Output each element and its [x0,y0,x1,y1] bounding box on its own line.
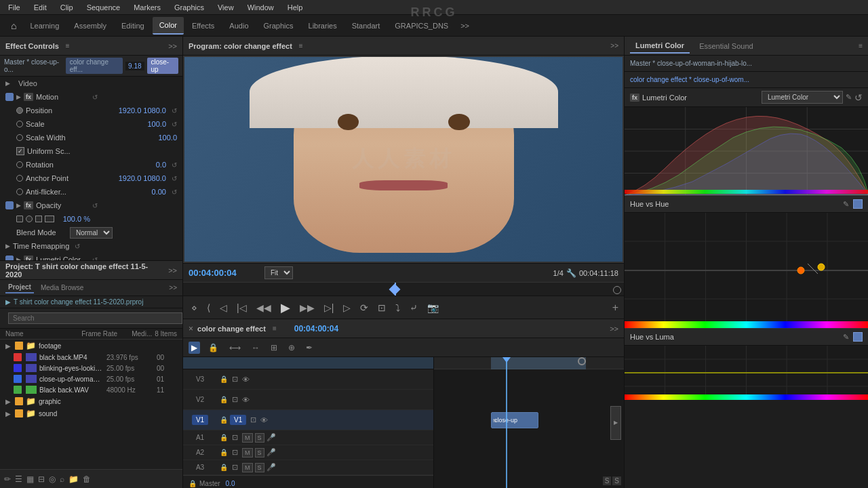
menu-graphics[interactable]: Graphics [172,2,207,13]
lumetri-preset-select[interactable]: Lumetri Color [762,91,843,104]
tl-v2-eye[interactable]: 👁 [242,396,250,404]
ec-rotation-keyframe[interactable] [16,161,23,168]
menu-markers[interactable]: Markers [131,2,163,13]
tl-pen-tool[interactable]: ✒ [303,342,315,354]
tl-play-tool[interactable]: ▶ [189,342,200,354]
pm-rewind-btn[interactable]: ◀◀ [254,301,274,314]
tab-lumetri-color[interactable]: Lumetri Color [630,39,690,54]
tl-zoom-tool[interactable]: ⊕ [285,342,298,354]
sound-expand[interactable]: ▶ [5,410,11,418]
tl-v1-settings[interactable]: ⊡ [248,415,258,425]
menu-edit[interactable]: Edit [31,2,50,13]
footage-expand[interactable]: ▶ [5,342,11,350]
menu-sequence[interactable]: Sequence [84,2,123,13]
tl-a1-settings[interactable]: ⊡ [230,432,240,443]
pm-scrubber-bar[interactable] [183,282,624,296]
tl-v3-settings[interactable]: ⊡ [230,374,240,384]
hue-vs-hue-edit-btn[interactable]: ✎ [843,200,849,209]
tab-libraries[interactable]: Libraries [302,18,344,34]
project-item-footage[interactable]: ▶ 📁 footage [0,340,182,352]
graphic-expand[interactable]: ▶ [5,398,11,405]
tl-expand-icon[interactable]: >> [610,325,618,333]
tl-ripple-tool[interactable]: 🔒 [205,342,221,354]
tl-a3-settings[interactable]: ⊡ [230,462,240,472]
project-tab-icon[interactable]: >> [168,266,177,274]
tl-a3-mute[interactable]: M [242,463,253,472]
project-search-input[interactable] [8,312,182,324]
tab-audio[interactable]: Audio [222,18,255,34]
pb-delete-icon[interactable]: 🗑 [83,474,91,484]
pm-step-forward-btn[interactable]: ▷ [340,301,353,314]
menu-file[interactable]: File [5,2,23,13]
pm-timecode-left[interactable]: 00:04:00:04 [189,268,256,278]
tl-timecode[interactable]: 00:04:00:04 [294,324,338,333]
ec-anchor-reset[interactable]: ↺ [172,175,177,182]
tab-grapics-dns[interactable]: GRAPICS_DNS [388,18,455,34]
ec-video-expand[interactable]: ▶ [5,80,10,87]
pm-step-back-btn[interactable]: ◁ [217,301,230,314]
project-item-closeup[interactable]: close-up-of-woman-in-... 25.00 fps 01 [0,373,182,384]
ec-antiflicker-value[interactable]: 0.00 [136,188,166,196]
tl-v2-settings[interactable]: ⊡ [230,394,240,405]
pb-grid-icon[interactable]: ▦ [26,474,34,484]
pm-wrench-icon[interactable]: 🔧 [566,268,576,278]
ec-rotation-reset[interactable]: ↺ [172,161,177,169]
hue-vs-luma-checkbox[interactable] [853,332,863,342]
pm-go-prev-edit-btn[interactable]: |◁ [234,301,250,314]
pm-overwrite-btn[interactable]: ⤶ [407,301,420,314]
project-panel-expand[interactable]: >> [169,284,177,291]
pm-add-marker-btn[interactable]: ⋄ [189,301,200,314]
ec-rotation-value[interactable]: 0.0 [136,161,166,169]
ec-opacity-row[interactable]: ▶ fx Opacity ↺ [0,199,182,212]
ec-opacity-reset[interactable]: ↺ [92,202,98,209]
tl-v1-active-btn[interactable]: V1 [192,415,208,425]
pm-export-frame-btn[interactable]: 📷 [425,301,441,314]
tab-color[interactable]: Color [153,17,184,35]
tl-slip-tool[interactable]: ⊞ [268,342,280,354]
tab-standart[interactable]: Standart [345,18,387,34]
ec-opacity-toggle[interactable] [5,201,14,209]
tl-lock-master[interactable]: 🔒 [189,480,197,487]
tl-v1-lock[interactable]: 🔒 [220,416,228,424]
tl-a1-lock[interactable]: 🔒 [220,434,228,441]
project-file-name[interactable]: T shirt color change effect 11-5-2020.pr… [14,298,143,306]
project-item-graphic[interactable]: ▶ 📁 graphic [0,395,182,407]
pb-list-icon[interactable]: ☰ [15,474,22,484]
pm-loop-btn[interactable]: ⟳ [357,301,371,314]
tl-time-ruler[interactable] [434,357,624,369]
tl-clip-closeup[interactable]: fx close-up [491,412,538,428]
menu-window[interactable]: Window [245,2,277,13]
hue-vs-hue-checkbox[interactable] [853,199,863,209]
home-icon[interactable]: ⌂ [5,18,22,34]
tl-a2-settings[interactable]: ⊡ [230,447,240,458]
tl-a2-solo[interactable]: S [255,448,264,458]
pm-fit-select[interactable]: Fit [264,266,293,279]
tl-a3-solo[interactable]: S [255,463,264,472]
tab-media-browse[interactable]: Media Browse [38,283,86,293]
ec-time-remap-reset[interactable]: ↺ [75,243,80,250]
ec-motion-row[interactable]: ▶ fx Motion ↺ [0,90,182,104]
pm-fast-forward-btn[interactable]: ▶▶ [297,301,317,314]
ec-uniform-scale-checkbox[interactable] [16,147,24,155]
menu-view[interactable]: View [215,2,237,13]
ec-motion-reset[interactable]: ↺ [92,94,98,101]
tl-v3-eye[interactable]: 👁 [242,375,250,384]
pm-safe-frames-btn[interactable]: ⊡ [375,301,389,314]
pm-goto-start-btn[interactable]: ⟨ [204,301,213,314]
ec-opacity-expand[interactable]: ▶ [16,202,21,209]
hue-vs-luma-display[interactable] [625,346,868,400]
tl-v1-target-btn[interactable]: V1 [230,415,246,425]
ec-scale-value[interactable]: 100.0 [136,120,166,128]
ec-motion-expand[interactable]: ▶ [16,94,21,100]
tl-a1-mute[interactable]: M [242,433,253,443]
tab-essential-sound[interactable]: Essential Sound [694,39,759,53]
more-tabs-icon[interactable]: >> [456,19,473,33]
tab-editing[interactable]: Editing [115,18,151,34]
tab-effects[interactable]: Effects [185,18,221,34]
tl-s1-btn[interactable]: S [603,476,612,485]
ec-scale-width-value[interactable]: 100.0 [146,134,177,142]
tl-menu-icon[interactable]: ≡ [273,325,277,332]
tl-a1-solo[interactable]: S [255,433,264,443]
tl-track-area[interactable]: fx close-up ▶ S S [434,357,624,488]
pm-menu-icon[interactable]: ≡ [299,42,303,49]
